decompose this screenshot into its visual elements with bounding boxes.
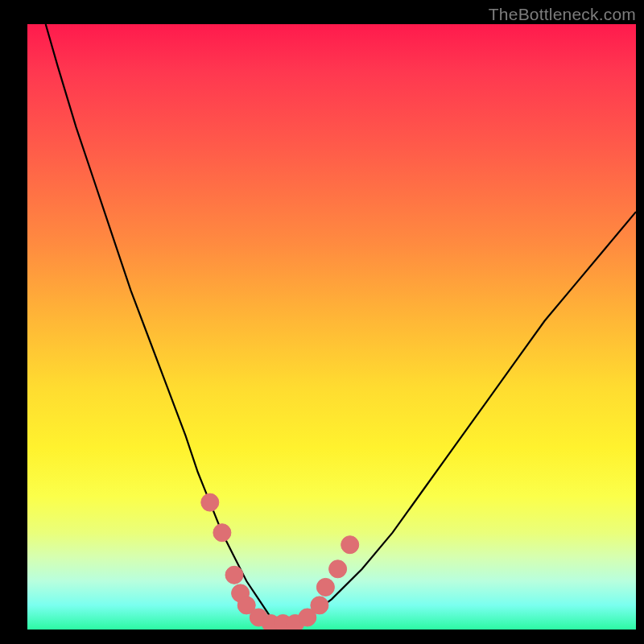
plot-area [27,24,636,630]
data-marker [341,536,359,554]
marker-group [201,493,359,630]
chart-frame: TheBottleneck.com [0,0,644,644]
watermark-text: TheBottleneck.com [489,5,636,24]
data-marker [311,597,328,614]
curve-layer [27,24,636,630]
data-marker [225,566,243,584]
data-marker [201,493,219,511]
data-marker [316,578,334,596]
bottleneck-curve [46,24,636,624]
data-marker [213,524,231,542]
data-marker [329,560,347,578]
